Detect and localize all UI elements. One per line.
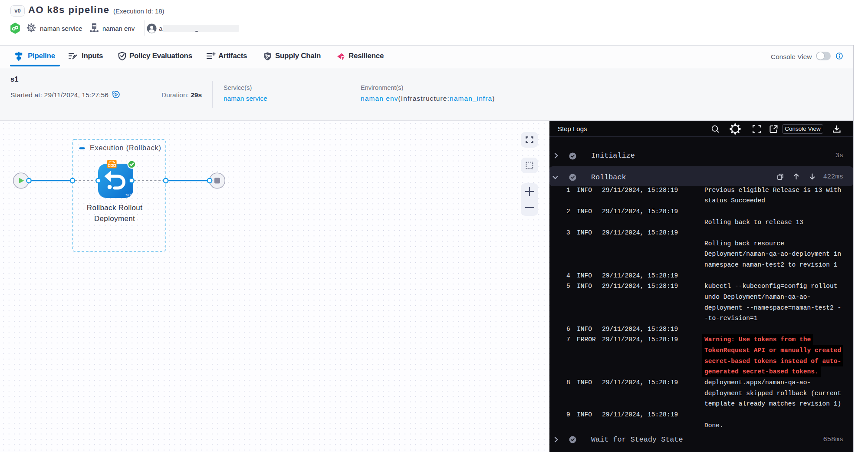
svg-text:</>: </> xyxy=(125,193,132,197)
